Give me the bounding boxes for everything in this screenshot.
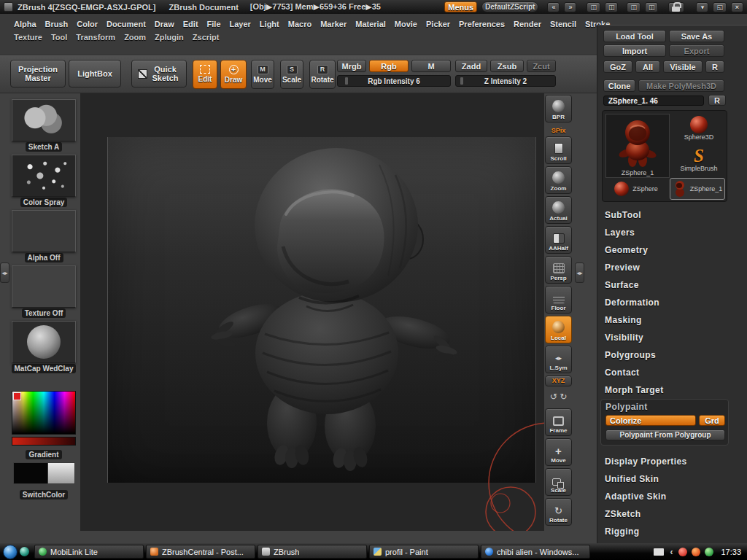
right-shelf-button[interactable]: L.Sym xyxy=(545,346,572,373)
colorize-button[interactable]: Colorize xyxy=(605,415,696,426)
palette-section-header[interactable]: ZSketch xyxy=(597,505,732,523)
palette-section-header[interactable]: Visibility xyxy=(597,329,732,346)
menu-item[interactable]: Preferences xyxy=(455,19,508,29)
gradient-label[interactable]: Gradient xyxy=(26,450,61,459)
default-zscript-button[interactable]: DefaultZScript xyxy=(481,1,538,12)
zsphere-tool[interactable]: ZSphere xyxy=(605,178,667,200)
load-tool-button[interactable]: Load Tool xyxy=(603,30,666,42)
visible-button[interactable]: Visible xyxy=(663,61,703,73)
sphere3d-tool[interactable]: Sphere3D xyxy=(673,114,725,143)
menu-item[interactable]: Light xyxy=(256,19,283,29)
right-shelf-button[interactable]: Scroll xyxy=(545,136,572,164)
palette-section-header[interactable]: Morph Target xyxy=(597,381,732,399)
rgb-button[interactable]: Rgb xyxy=(369,60,409,72)
quick-sketch-button[interactable]: Quick Sketch xyxy=(131,60,187,88)
menu-item[interactable]: Marker xyxy=(317,19,350,29)
menu-item[interactable]: Alpha xyxy=(10,19,40,29)
move-button[interactable]: M Move xyxy=(251,60,274,89)
m-button[interactable]: M xyxy=(411,60,451,72)
goz-button[interactable]: GoZ xyxy=(603,61,632,73)
menu-item[interactable]: Transform xyxy=(72,32,119,42)
menu-item[interactable]: Texture xyxy=(10,32,46,42)
left-tray-divider-handle[interactable] xyxy=(0,262,9,283)
projection-master-button[interactable]: Projection Master xyxy=(10,60,66,88)
main-color-swatch[interactable] xyxy=(13,462,48,484)
import-button[interactable]: Import xyxy=(603,44,666,57)
menu-item[interactable]: Stencil xyxy=(546,19,580,29)
close-button[interactable]: × xyxy=(731,2,743,12)
shelf-scroll-right-button[interactable]: » xyxy=(564,2,576,12)
right-tray-divider-handle[interactable] xyxy=(575,262,584,283)
tray-icon[interactable] xyxy=(678,548,687,556)
mrgb-button[interactable]: Mrgb xyxy=(337,60,366,72)
tool-r-button[interactable]: R xyxy=(708,95,726,106)
export-button[interactable]: Export xyxy=(669,44,724,57)
right-shelf-button[interactable] xyxy=(545,389,572,406)
right-shelf-button[interactable]: Move xyxy=(545,438,572,466)
menu-item[interactable]: Tool xyxy=(47,32,71,42)
divider-panel-icon[interactable]: ◫ xyxy=(645,2,659,12)
right-shelf-button[interactable]: SPix xyxy=(545,125,572,134)
scale-button[interactable]: S Scale xyxy=(280,60,303,89)
palette-section-header[interactable]: Masking xyxy=(597,311,732,329)
tray-thumbnail[interactable] xyxy=(12,265,76,308)
taskbar-button[interactable]: chibi alien - Windows... xyxy=(481,545,590,559)
tray-icon[interactable] xyxy=(692,548,700,556)
lightbox-button[interactable]: LightBox xyxy=(69,60,121,88)
color-saturation-square[interactable] xyxy=(12,391,76,435)
tray-icon[interactable] xyxy=(705,548,713,556)
start-button[interactable] xyxy=(3,545,18,559)
make-polymesh3d-button[interactable]: Make PolyMesh3D xyxy=(638,79,724,92)
menu-item[interactable]: Zoom xyxy=(120,32,150,42)
rotate-button[interactable]: R Rotate xyxy=(309,60,336,89)
zbrush-document[interactable] xyxy=(107,137,536,483)
tray-icon[interactable] xyxy=(668,548,674,556)
divider-panel-icon[interactable]: ◫ xyxy=(605,2,619,12)
menu-item[interactable]: Layer xyxy=(226,19,255,29)
palette-section-header[interactable]: Adaptive Skin xyxy=(597,488,732,505)
right-shelf-button[interactable]: Floor xyxy=(545,286,572,314)
menu-item[interactable]: Draw xyxy=(151,19,178,29)
secondary-color-swatch[interactable] xyxy=(47,462,75,484)
menu-item[interactable]: Macro xyxy=(285,19,315,29)
menu-item[interactable]: File xyxy=(204,19,225,29)
all-button[interactable]: All xyxy=(635,61,660,73)
tray-thumbnail[interactable] xyxy=(12,321,76,363)
zsphere1-tool-selected[interactable]: ZSphere_1 xyxy=(670,178,725,200)
lock-button[interactable] xyxy=(668,2,684,12)
polypaint-from-polygroup-button[interactable]: Polypaint From Polygroup xyxy=(605,429,725,440)
palette-section-header[interactable]: Geometry xyxy=(597,241,732,259)
polypaint-header[interactable]: Polypaint xyxy=(601,400,728,412)
palette-section-header[interactable]: Contact xyxy=(597,364,732,381)
palette-section-header[interactable]: Display Properties xyxy=(597,453,732,470)
save-as-button[interactable]: Save As xyxy=(669,30,724,42)
palette-section-header[interactable]: Surface xyxy=(597,276,732,294)
menu-item[interactable]: Document xyxy=(103,19,150,29)
taskbar-button[interactable]: MobiLink Lite xyxy=(34,545,144,559)
right-shelf-button[interactable]: XYZ xyxy=(545,376,572,386)
right-shelf-button[interactable]: BPR xyxy=(545,95,572,122)
gradient-bar[interactable] xyxy=(12,437,76,446)
palette-section-header[interactable]: Unified Skin xyxy=(597,470,732,488)
menu-item[interactable]: Render xyxy=(510,19,545,29)
tray-thumbnail[interactable] xyxy=(12,99,76,141)
menu-item[interactable]: Brush xyxy=(42,19,72,29)
divider-panel-icon[interactable]: ◫ xyxy=(627,2,640,12)
menu-item[interactable]: Edit xyxy=(179,19,202,29)
zsub-button[interactable]: Zsub xyxy=(490,60,524,72)
palette-section-header[interactable]: Polygroups xyxy=(597,346,732,364)
menu-item[interactable]: Zplugin xyxy=(151,32,187,42)
zcut-button[interactable]: Zcut xyxy=(527,60,556,72)
restore-button[interactable]: ◱ xyxy=(713,2,727,12)
palette-section-header[interactable]: Layers xyxy=(597,224,732,241)
menu-item[interactable]: Material xyxy=(352,19,390,29)
grd-button[interactable]: Grd xyxy=(699,415,725,426)
taskbar-button[interactable]: profil - Paint xyxy=(369,545,479,559)
right-shelf-button[interactable]: Local xyxy=(545,316,572,343)
zadd-button[interactable]: Zadd xyxy=(455,60,487,72)
right-shelf-button[interactable]: Actual xyxy=(545,196,572,224)
edit-button[interactable]: Edit xyxy=(193,60,217,89)
r-button[interactable]: R xyxy=(705,61,724,73)
active-tool-thumbnail[interactable]: ZSphere_1 xyxy=(605,114,670,178)
quick-launch-icon[interactable] xyxy=(20,547,29,556)
